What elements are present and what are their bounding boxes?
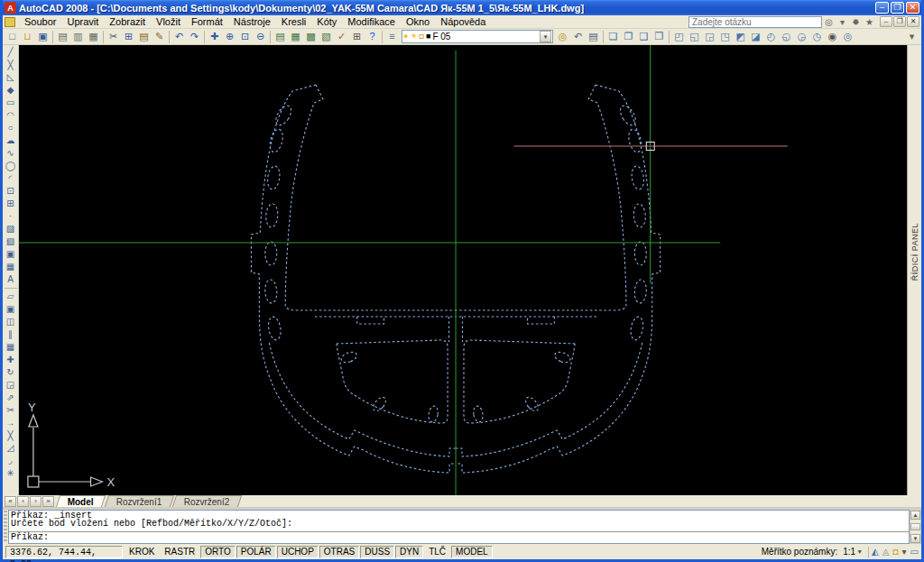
close-button[interactable]: ✕ (906, 2, 919, 14)
draw-order-above-button[interactable]: ❑ (636, 30, 651, 44)
undo-button[interactable]: ↶ (171, 30, 187, 44)
trim-button[interactable]: ✂ (4, 404, 18, 417)
circle-button[interactable]: ○ (4, 122, 18, 134)
sheet-set-manager-button[interactable]: ▧ (319, 30, 334, 44)
hatch-button[interactable]: ▨ (4, 223, 18, 235)
autocad-app-icon[interactable]: A (5, 2, 16, 14)
array-button[interactable]: ▦ (4, 341, 18, 354)
quickcalc-button[interactable]: ⊞ (349, 30, 365, 44)
spline-button[interactable]: ∿ (4, 147, 18, 160)
coordinate-display[interactable]: 3376.62, 744.44, 0.00 (5, 546, 123, 558)
annotation-visibility-icon[interactable]: ◭ (872, 548, 879, 557)
gradient-button[interactable]: ▧ (4, 235, 18, 248)
open-file-button[interactable]: ⊔ (20, 30, 35, 44)
tab-rozvržení1[interactable]: Rozvržení1 (105, 495, 174, 507)
draw-order-front-button[interactable]: ❏ (605, 30, 621, 44)
line-button[interactable]: ╱ (4, 46, 18, 59)
explode-button[interactable]: ✳ (4, 467, 18, 480)
insert-block-button[interactable]: ⊡ (4, 185, 18, 198)
copy-button[interactable]: ▣ (4, 303, 18, 316)
polyline-button[interactable]: ◺ (4, 71, 18, 84)
view-sw-isometric-button[interactable]: ◴ (763, 30, 779, 44)
arc-button[interactable]: ◠ (4, 109, 18, 122)
toggle-model[interactable]: MODEL (451, 546, 493, 558)
help-button[interactable]: ? (365, 30, 380, 44)
cut-button[interactable]: ✂ (106, 30, 121, 44)
view-nw-isometric-button[interactable]: ◷ (809, 30, 825, 44)
annotation-scale-dropdown[interactable]: 1:1 ▼ (840, 546, 865, 557)
command-text-area[interactable]: Příkaz: _insert Určete bod vložení nebo … (8, 510, 910, 544)
command-window-grip[interactable] (4, 511, 7, 543)
view-right-button[interactable]: ◳ (717, 30, 733, 44)
redo-button[interactable]: ↷ (187, 30, 202, 44)
erase-button[interactable]: ▱ (4, 290, 18, 303)
markup-set-manager-button[interactable]: ✓ (334, 30, 349, 44)
minimize-button[interactable]: – (875, 2, 889, 14)
extend-button[interactable]: → (4, 417, 18, 429)
menu-item-formát[interactable]: Formát (186, 15, 228, 28)
menu-item-nápověda[interactable]: Nápověda (435, 15, 491, 28)
menu-item-kresli[interactable]: Kresli (276, 15, 312, 28)
layer-properties-manager-button[interactable]: ≡ (384, 30, 400, 44)
make-object-layer-current-button[interactable]: ◎ (555, 30, 570, 44)
designcenter-button[interactable]: ▦ (288, 30, 303, 44)
stretch-button[interactable]: ⇗ (4, 392, 18, 404)
break-button[interactable]: ╳ (4, 429, 18, 442)
clean-screen-icon[interactable]: ▭ (910, 548, 919, 557)
named-views-button[interactable]: ◎ (840, 30, 855, 44)
menu-item-kóty[interactable]: Kóty (311, 15, 342, 28)
camera-button[interactable]: ◉ (825, 30, 840, 44)
search-dropdown-icon[interactable]: ▾ (836, 16, 849, 28)
plot-preview-button[interactable]: ▥ (70, 30, 86, 44)
view-se-isometric-button[interactable]: ◵ (779, 30, 794, 44)
scroll-up-arrow[interactable]: ▲ (910, 511, 920, 520)
toggle-duss[interactable]: DUSS (360, 546, 394, 558)
new-file-button[interactable]: □ (5, 30, 20, 44)
view-ne-isometric-button[interactable]: ◶ (794, 30, 809, 44)
save-file-button[interactable]: ▣ (35, 30, 51, 44)
status-menu-arrow-icon[interactable]: ▾ (902, 548, 907, 557)
view-top-button[interactable]: ◰ (671, 30, 687, 44)
ellipse-button[interactable]: ◯ (4, 160, 18, 172)
menu-item-zobrazit[interactable]: Zobrazit (104, 15, 151, 28)
drawing-canvas[interactable]: Y X (19, 45, 907, 495)
tool-palettes-button[interactable]: ▩ (303, 30, 319, 44)
menu-item-nástroje[interactable]: Nástroje (228, 15, 276, 28)
toggle-dyn[interactable]: DYN (395, 546, 423, 558)
toggle-uchop[interactable]: UCHOP (277, 546, 319, 558)
search-icon[interactable]: ◎ (822, 16, 836, 28)
point-button[interactable]: · (4, 210, 18, 223)
zoom-window-button[interactable]: ⊡ (237, 30, 253, 44)
menu-item-modifikace[interactable]: Modifikace (342, 15, 401, 28)
layer-states-manager-button[interactable]: ▤ (586, 30, 601, 44)
fillet-button[interactable]: ◞ (4, 455, 18, 467)
scale-button[interactable]: ◲ (4, 379, 18, 392)
tab-nav-3[interactable]: » (42, 496, 54, 507)
annotation-autoscale-icon[interactable]: ◬ (882, 548, 890, 557)
toggle-polár[interactable]: POLÁR (236, 546, 276, 558)
scroll-down-arrow[interactable]: ▼ (910, 534, 920, 543)
dashboard-collapsed-panel[interactable]: ŘÍDICÍ PANEL (907, 45, 921, 495)
command-scrollbar[interactable]: ▲ ▼ (910, 510, 921, 544)
match-properties-button[interactable]: ✎ (152, 30, 167, 44)
toggle-orto[interactable]: ORTO (200, 546, 236, 558)
publish-button[interactable]: ▦ (86, 30, 101, 44)
toggle-rastr[interactable]: RASTR (160, 546, 199, 558)
move-button[interactable]: ✚ (4, 354, 18, 366)
tab-rozvržení2[interactable]: Rozvržení2 (172, 495, 242, 507)
properties-palette-button[interactable]: ▤ (273, 30, 288, 44)
mirror-button[interactable]: ◫ (4, 316, 18, 328)
tab-nav-1[interactable]: ‹ (17, 496, 29, 507)
view-back-button[interactable]: ◪ (748, 30, 763, 44)
view-left-button[interactable]: ◲ (702, 30, 717, 44)
doc-restore-button[interactable]: ❐ (893, 16, 906, 27)
question-input[interactable] (688, 16, 822, 28)
maximize-button[interactable]: ❐ (891, 2, 904, 14)
doc-minimize-button[interactable]: – (880, 16, 892, 27)
draw-order-back-button[interactable]: ❐ (621, 30, 636, 44)
layer-previous-button[interactable]: ↶ (570, 30, 586, 44)
region-button[interactable]: ▣ (4, 248, 18, 261)
communication-center-icon[interactable]: ✹ (849, 16, 863, 28)
ellipse-arc-button[interactable]: ◜ (4, 172, 18, 185)
doc-close-button[interactable]: ✕ (907, 16, 919, 27)
